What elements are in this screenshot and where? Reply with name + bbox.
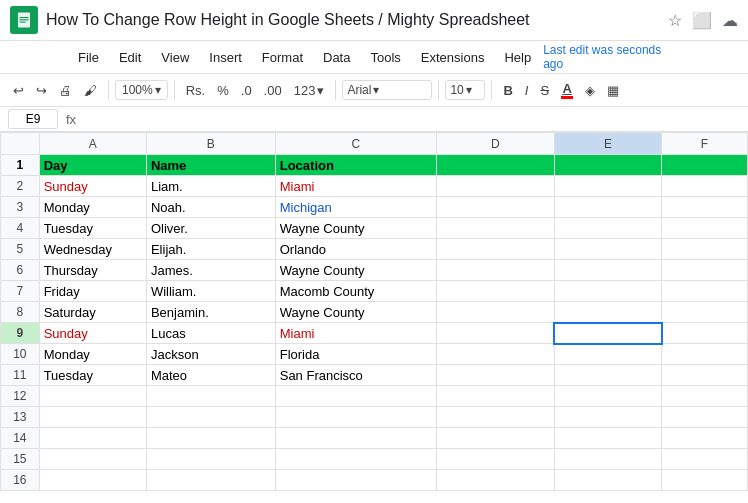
cell-f4[interactable] [662, 218, 748, 239]
col-header-e[interactable]: E [554, 133, 661, 155]
menu-data[interactable]: Data [315, 46, 358, 69]
cell-d15[interactable] [436, 449, 554, 470]
font-color-button[interactable]: A [556, 78, 578, 102]
cell-d2[interactable] [436, 176, 554, 197]
cell-d16[interactable] [436, 470, 554, 491]
percent-button[interactable]: % [212, 80, 234, 101]
cell-c1[interactable]: Location [275, 155, 436, 176]
cell-c3[interactable]: Michigan [275, 197, 436, 218]
font-size-selector[interactable]: 10 ▾ [445, 80, 485, 100]
cell-a9[interactable]: Sunday [39, 323, 146, 344]
cell-f11[interactable] [662, 365, 748, 386]
cell-b7[interactable]: William. [146, 281, 275, 302]
cell-a15[interactable] [39, 449, 146, 470]
star-icon[interactable]: ☆ [668, 11, 682, 30]
cell-b13[interactable] [146, 407, 275, 428]
cell-e12[interactable] [554, 386, 661, 407]
cell-f5[interactable] [662, 239, 748, 260]
col-header-f[interactable]: F [662, 133, 748, 155]
decimal-decrease-button[interactable]: .0 [236, 80, 257, 101]
menu-insert[interactable]: Insert [201, 46, 250, 69]
col-header-d[interactable]: D [436, 133, 554, 155]
cell-c5[interactable]: Orlando [275, 239, 436, 260]
cell-d13[interactable] [436, 407, 554, 428]
cell-f3[interactable] [662, 197, 748, 218]
cell-e3[interactable] [554, 197, 661, 218]
cell-a6[interactable]: Thursday [39, 260, 146, 281]
cell-b4[interactable]: Oliver. [146, 218, 275, 239]
cell-e6[interactable] [554, 260, 661, 281]
cell-c11[interactable]: San Francisco [275, 365, 436, 386]
cell-e7[interactable] [554, 281, 661, 302]
table-row[interactable]: 11TuesdayMateoSan Francisco [1, 365, 748, 386]
col-header-a[interactable]: A [39, 133, 146, 155]
table-row[interactable]: 9SundayLucasMiami [1, 323, 748, 344]
cell-e4[interactable] [554, 218, 661, 239]
cell-e1[interactable] [554, 155, 661, 176]
cell-d1[interactable] [436, 155, 554, 176]
strikethrough-button[interactable]: S [535, 80, 554, 101]
table-row[interactable]: 14 [1, 428, 748, 449]
cell-e2[interactable] [554, 176, 661, 197]
cell-e11[interactable] [554, 365, 661, 386]
table-row[interactable]: 5WednesdayElijah.Orlando [1, 239, 748, 260]
cell-b16[interactable] [146, 470, 275, 491]
formula-input[interactable] [84, 110, 740, 129]
cell-d8[interactable] [436, 302, 554, 323]
cell-c2[interactable]: Miami [275, 176, 436, 197]
menu-help[interactable]: Help [496, 46, 539, 69]
cell-b12[interactable] [146, 386, 275, 407]
cell-f12[interactable] [662, 386, 748, 407]
table-row[interactable]: 4TuesdayOliver.Wayne County [1, 218, 748, 239]
cell-b8[interactable]: Benjamin. [146, 302, 275, 323]
cell-d9[interactable] [436, 323, 554, 344]
cell-c14[interactable] [275, 428, 436, 449]
undo-button[interactable]: ↩ [8, 80, 29, 101]
cell-f14[interactable] [662, 428, 748, 449]
col-header-c[interactable]: C [275, 133, 436, 155]
redo-button[interactable]: ↪ [31, 80, 52, 101]
cell-a10[interactable]: Monday [39, 344, 146, 365]
last-edit-status[interactable]: Last edit was seconds ago [543, 43, 678, 71]
cell-f1[interactable] [662, 155, 748, 176]
cell-b3[interactable]: Noah. [146, 197, 275, 218]
cell-c10[interactable]: Florida [275, 344, 436, 365]
cell-c12[interactable] [275, 386, 436, 407]
table-row[interactable]: 1DayNameLocation [1, 155, 748, 176]
cell-a13[interactable] [39, 407, 146, 428]
cell-e9[interactable] [554, 323, 661, 344]
cell-d5[interactable] [436, 239, 554, 260]
table-row[interactable]: 3MondayNoah.Michigan [1, 197, 748, 218]
cell-b6[interactable]: James. [146, 260, 275, 281]
cell-reference-input[interactable] [8, 109, 58, 129]
cell-b9[interactable]: Lucas [146, 323, 275, 344]
cell-c15[interactable] [275, 449, 436, 470]
cell-d10[interactable] [436, 344, 554, 365]
paint-format-button[interactable]: 🖌 [79, 80, 102, 101]
cell-d4[interactable] [436, 218, 554, 239]
cell-b14[interactable] [146, 428, 275, 449]
cell-e13[interactable] [554, 407, 661, 428]
cell-e14[interactable] [554, 428, 661, 449]
table-row[interactable]: 6ThursdayJames.Wayne County [1, 260, 748, 281]
cell-a2[interactable]: Sunday [39, 176, 146, 197]
table-row[interactable]: 16 [1, 470, 748, 491]
table-row[interactable]: 7FridayWilliam.Macomb County [1, 281, 748, 302]
cell-a5[interactable]: Wednesday [39, 239, 146, 260]
cell-f13[interactable] [662, 407, 748, 428]
zoom-selector[interactable]: 100% ▾ [115, 80, 168, 100]
currency-button[interactable]: Rs. [181, 80, 211, 101]
cell-b2[interactable]: Liam. [146, 176, 275, 197]
cell-b10[interactable]: Jackson [146, 344, 275, 365]
cell-c16[interactable] [275, 470, 436, 491]
cell-e8[interactable] [554, 302, 661, 323]
cell-e15[interactable] [554, 449, 661, 470]
table-row[interactable]: 8SaturdayBenjamin.Wayne County [1, 302, 748, 323]
borders-button[interactable]: ▦ [602, 80, 624, 101]
cell-a1[interactable]: Day [39, 155, 146, 176]
cell-d12[interactable] [436, 386, 554, 407]
bold-button[interactable]: B [498, 80, 517, 101]
cell-a4[interactable]: Tuesday [39, 218, 146, 239]
cell-d7[interactable] [436, 281, 554, 302]
cell-b11[interactable]: Mateo [146, 365, 275, 386]
